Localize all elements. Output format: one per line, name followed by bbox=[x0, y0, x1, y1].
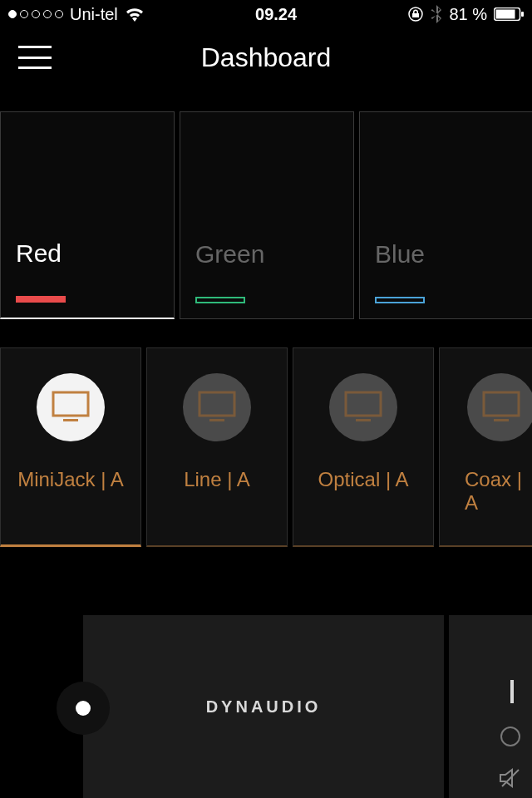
svg-rect-4 bbox=[53, 392, 88, 416]
dot-icon bbox=[76, 701, 91, 716]
source-coax[interactable]: Coax | A bbox=[439, 347, 532, 547]
status-right: 81 % bbox=[407, 5, 524, 24]
zone-blue[interactable]: Blue bbox=[359, 111, 532, 319]
carrier-label: Uni-tel bbox=[70, 5, 118, 24]
source-label: MiniJack | A bbox=[17, 468, 124, 491]
source-optical[interactable]: Optical | A bbox=[293, 347, 434, 547]
tv-icon bbox=[198, 391, 236, 424]
play-knob[interactable] bbox=[57, 682, 110, 735]
mute-icon[interactable] bbox=[497, 765, 524, 795]
clock: 09.24 bbox=[255, 5, 297, 24]
ring-icon bbox=[500, 727, 520, 746]
now-playing-next[interactable] bbox=[449, 615, 532, 798]
zone-red[interactable]: Red bbox=[0, 111, 175, 319]
zone-label: Blue bbox=[375, 240, 425, 268]
zone-list: Red Green Blue bbox=[0, 111, 532, 319]
source-label: Coax | A bbox=[465, 468, 532, 515]
status-left: Uni-tel bbox=[8, 5, 145, 24]
source-list: MiniJack | A Line | A Optical | A Coax |… bbox=[0, 347, 532, 547]
tv-icon bbox=[344, 391, 382, 424]
tv-icon bbox=[52, 391, 90, 424]
zone-indicator bbox=[16, 296, 66, 303]
page-title: Dashboard bbox=[201, 42, 332, 73]
svg-rect-6 bbox=[200, 392, 234, 416]
svg-rect-10 bbox=[484, 392, 519, 416]
source-label: Optical | A bbox=[318, 468, 409, 491]
svg-rect-8 bbox=[346, 392, 381, 416]
rotation-lock-icon bbox=[407, 6, 424, 22]
source-minijack[interactable]: MiniJack | A bbox=[0, 347, 141, 547]
zone-label: Red bbox=[16, 239, 62, 268]
svg-rect-2 bbox=[495, 10, 515, 19]
zone-indicator bbox=[195, 297, 245, 303]
source-icon-circle bbox=[329, 373, 397, 441]
hamburger-icon bbox=[18, 46, 52, 48]
source-label: Line | A bbox=[184, 468, 250, 491]
svg-rect-7 bbox=[209, 419, 224, 421]
svg-rect-3 bbox=[521, 12, 524, 17]
svg-rect-9 bbox=[356, 419, 371, 421]
tv-icon bbox=[482, 391, 520, 424]
bluetooth-icon bbox=[431, 5, 442, 23]
svg-rect-11 bbox=[494, 419, 509, 421]
menu-button[interactable] bbox=[18, 46, 52, 69]
zone-green[interactable]: Green bbox=[180, 111, 354, 319]
svg-line-12 bbox=[502, 770, 519, 786]
wifi-icon bbox=[125, 7, 145, 22]
battery-icon bbox=[494, 7, 524, 21]
source-icon-circle bbox=[37, 373, 105, 441]
brand-label: DYNAUDIO bbox=[206, 697, 322, 717]
svg-rect-5 bbox=[63, 419, 78, 421]
now-playing-strip: DYNAUDIO bbox=[0, 615, 532, 798]
app-header: Dashboard bbox=[0, 28, 532, 86]
source-line[interactable]: Line | A bbox=[146, 347, 288, 547]
zone-indicator bbox=[375, 297, 425, 303]
status-bar: Uni-tel 09.24 81 % bbox=[0, 0, 532, 28]
tick-icon bbox=[510, 680, 514, 703]
battery-label: 81 % bbox=[449, 5, 487, 24]
source-icon-circle bbox=[467, 373, 532, 441]
now-playing-card[interactable]: DYNAUDIO bbox=[83, 615, 444, 798]
source-icon-circle bbox=[183, 373, 251, 441]
zone-label: Green bbox=[195, 240, 264, 268]
signal-dots-icon bbox=[8, 10, 63, 18]
